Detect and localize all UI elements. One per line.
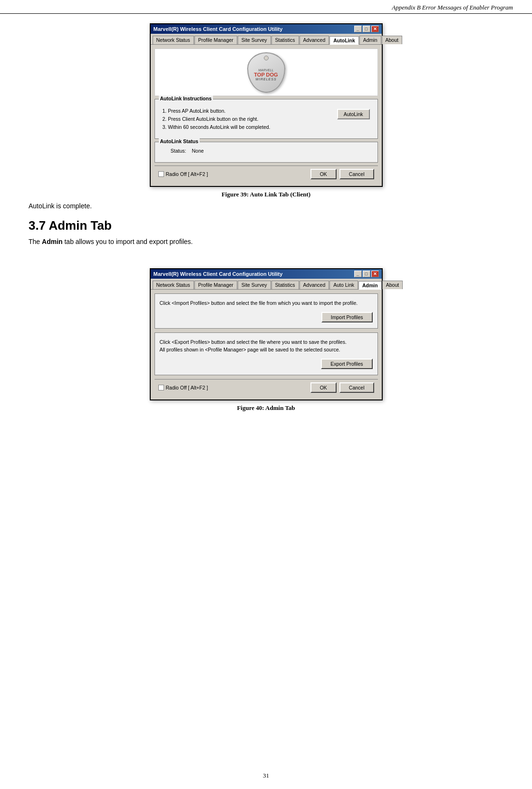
figure-39-container: Marvell(R) Wireless Client Card Configur… — [29, 23, 503, 198]
tab-bar-autolink: Network Status Profile Manager Site Surv… — [151, 34, 382, 45]
close-button[interactable]: ✕ — [371, 26, 379, 32]
radio-off-checkbox[interactable] — [158, 171, 164, 177]
instruction-row: 1. Press AP AutoLink button. 2. Press Cl… — [163, 107, 370, 131]
section-body-text: The Admin tab allows you to import and e… — [29, 238, 503, 245]
tag-hole — [264, 56, 269, 60]
status-row: Status: None — [163, 147, 370, 155]
status-label: Status: — [163, 148, 186, 154]
dog-tag: MARVELL TOP DOG WIRELESS — [247, 52, 285, 93]
topdog-text: TOP DOG — [254, 72, 278, 78]
export-description: Click <Export Profiles> button and selec… — [160, 339, 373, 354]
ok-button-autolink[interactable]: OK — [310, 169, 337, 179]
export-section: Click <Export Profiles> button and selec… — [155, 332, 378, 375]
export-btn-row: Export Profiles — [160, 359, 373, 369]
marvell-text: MARVELL — [258, 68, 274, 72]
page-header: Appendix B Error Messages of Enabler Pro… — [0, 0, 532, 14]
logo-area: MARVELL TOP DOG WIRELESS — [155, 49, 378, 96]
tab2-profile-manager[interactable]: Profile Manager — [194, 281, 237, 289]
bottom-buttons-autolink: OK Cancel — [310, 169, 374, 179]
text-after: tab allows you to import and export prof… — [63, 238, 193, 245]
dialog-admin: Marvell(R) Wireless Client Card Configur… — [150, 268, 383, 400]
instruction-3: 3. Within 60 seconds AutoLink will be co… — [163, 123, 271, 131]
tab-network-status[interactable]: Network Status — [153, 36, 194, 44]
radio-off-checkbox-admin[interactable] — [158, 385, 164, 390]
titlebar-autolink: Marvell(R) Wireless Client Card Configur… — [151, 24, 382, 34]
tab-profile-manager[interactable]: Profile Manager — [194, 36, 237, 44]
radio-off-text: Radio Off [ Alt+F2 ] — [166, 171, 208, 177]
figure-40-caption: Figure 40: Admin Tab — [237, 404, 295, 412]
dialog-body-autolink: MARVELL TOP DOG WIRELESS AutoLink Instru… — [151, 45, 382, 186]
section-heading: 3.7 Admin Tab — [29, 218, 503, 233]
tab-autolink[interactable]: AutoLink — [329, 36, 359, 45]
dialog-title-admin: Marvell(R) Wireless Client Card Configur… — [154, 271, 283, 277]
text-before: The — [29, 238, 42, 245]
autolink-action-button[interactable]: AutoLink — [337, 109, 370, 119]
minimize-button[interactable]: _ — [354, 26, 362, 32]
close-button-admin[interactable]: ✕ — [371, 271, 379, 277]
titlebar-controls-admin: _ □ ✕ — [354, 271, 379, 277]
export-text-2: All profiles shown in <Profile Manager> … — [160, 346, 373, 354]
dialog-title-autolink: Marvell(R) Wireless Client Card Configur… — [154, 26, 283, 32]
tab-advanced[interactable]: Advanced — [300, 36, 329, 44]
page-content: Marvell(R) Wireless Client Card Configur… — [0, 14, 532, 435]
cancel-button-autolink[interactable]: Cancel — [339, 169, 374, 179]
figure-40-container: Marvell(R) Wireless Client Card Configur… — [29, 268, 503, 411]
tab2-admin[interactable]: Admin — [358, 281, 382, 290]
autolink-status-group: AutoLink Status Status: None — [155, 142, 378, 163]
dialog-bottombar-autolink: Radio Off [ Alt+F2 ] OK Cancel — [155, 166, 378, 182]
radio-off-text-admin: Radio Off [ Alt+F2 ] — [166, 385, 208, 390]
dialog-bottombar-admin: Radio Off [ Alt+F2 ] OK Cancel — [155, 379, 378, 396]
autolink-instructions-group: AutoLink Instructions 1. Press AP AutoLi… — [155, 99, 378, 139]
titlebar-admin: Marvell(R) Wireless Client Card Configur… — [151, 269, 382, 279]
tab-site-survey[interactable]: Site Survey — [238, 36, 271, 44]
export-profiles-button[interactable]: Export Profiles — [321, 359, 372, 369]
tab2-advanced[interactable]: Advanced — [300, 281, 329, 289]
radio-off-label-admin: Radio Off [ Alt+F2 ] — [158, 385, 208, 390]
instruction-1: 1. Press AP AutoLink button. — [163, 107, 271, 115]
titlebar-controls: _ □ ✕ — [354, 26, 379, 32]
import-btn-row: Import Profiles — [160, 312, 373, 322]
wireless-text: WIRELESS — [255, 78, 276, 81]
tab-bar-admin: Network Status Profile Manager Site Surv… — [151, 279, 382, 290]
status-section: Status: None — [159, 145, 374, 158]
tab-about[interactable]: About — [382, 36, 402, 44]
status-value: None — [192, 148, 204, 154]
minimize-button-admin[interactable]: _ — [354, 271, 362, 277]
tab2-statistics[interactable]: Statistics — [271, 281, 299, 289]
tab-statistics[interactable]: Statistics — [271, 36, 299, 44]
tab2-auto-link[interactable]: Auto Link — [329, 281, 358, 289]
import-section: Click <Import Profiles> button and selec… — [155, 293, 378, 329]
dialog-body-admin: Click <Import Profiles> button and selec… — [151, 290, 382, 399]
page-number: 31 — [0, 772, 532, 779]
instructions-body: 1. Press AP AutoLink button. 2. Press Cl… — [159, 102, 374, 135]
dialog-autolink: Marvell(R) Wireless Client Card Configur… — [150, 23, 383, 187]
maximize-button-admin[interactable]: □ — [363, 271, 370, 277]
topdog-logo: MARVELL TOP DOG WIRELESS — [247, 52, 285, 93]
cancel-button-admin[interactable]: Cancel — [339, 382, 374, 393]
radio-off-label: Radio Off [ Alt+F2 ] — [158, 171, 208, 177]
tab2-about[interactable]: About — [382, 281, 403, 289]
tag-content: MARVELL TOP DOG WIRELESS — [254, 68, 278, 81]
status-group-title: AutoLink Status — [159, 138, 200, 144]
instruction-text-block: 1. Press AP AutoLink button. 2. Press Cl… — [163, 107, 271, 131]
tab2-network-status[interactable]: Network Status — [153, 281, 194, 289]
autolink-complete-text: AutoLink is complete. — [29, 202, 503, 210]
tab2-site-survey[interactable]: Site Survey — [238, 281, 271, 289]
maximize-button[interactable]: □ — [363, 26, 370, 32]
export-text-1: Click <Export Profiles> button and selec… — [160, 339, 373, 346]
figure-39-caption: Figure 39: Auto Link Tab (Client) — [222, 191, 310, 198]
instruction-2: 2. Press Client AutoLink button on the r… — [163, 115, 271, 123]
import-description: Click <Import Profiles> button and selec… — [160, 300, 373, 307]
bottom-buttons-admin: OK Cancel — [310, 382, 374, 393]
text-bold: Admin — [42, 238, 63, 245]
ok-button-admin[interactable]: OK — [310, 382, 337, 393]
tab-admin[interactable]: Admin — [359, 36, 381, 44]
import-profiles-button[interactable]: Import Profiles — [321, 312, 373, 322]
instructions-group-title: AutoLink Instructions — [159, 96, 213, 101]
header-title: Appendix B Error Messages of Enabler Pro… — [392, 4, 513, 11]
